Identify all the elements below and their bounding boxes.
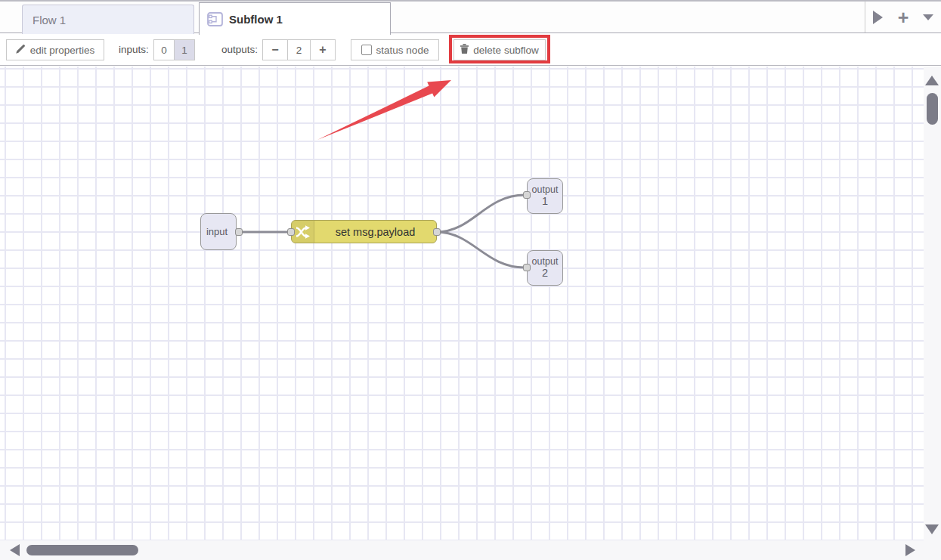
status-node-button[interactable]: status node [351,39,439,60]
next-tab-icon [873,11,883,24]
outputs-decrease-button[interactable]: − [262,39,287,60]
add-flow-button[interactable]: + [893,6,914,29]
scroll-down-button[interactable] [925,524,939,534]
node-output-number: 1 [542,195,548,207]
vertical-scroll-thumb[interactable] [927,93,938,125]
outputs-label: outputs: [221,44,258,55]
flow-canvas[interactable]: input set msg.payload output 1 output 2 [0,67,924,540]
outputs-increase-button[interactable]: + [311,39,336,60]
node-subflow-input[interactable]: input [200,213,237,250]
port-change-out[interactable] [433,228,441,236]
inputs-option-0-button[interactable]: 0 [154,40,174,60]
pencil-icon [16,44,26,56]
tab-label: Subflow 1 [229,13,283,26]
node-set-msg-payload[interactable]: set msg.payload [291,220,437,243]
next-tab-button[interactable] [868,6,889,29]
node-label: set msg.payload [314,226,436,238]
inputs-toggle-group: 0 1 [153,39,195,60]
node-subflow-output-2[interactable]: output 2 [527,250,563,286]
node-red-editor: Flow 1 Subflow 1 + [0,0,941,560]
node-label: output [532,184,559,195]
subflow-icon [207,12,223,26]
wire-change-to-output-2[interactable] [437,232,525,268]
outputs-value[interactable]: 2 [287,39,311,60]
node-output-number: 2 [542,267,548,279]
tab-label: Flow 1 [33,14,66,26]
scroll-left-button[interactable] [10,544,20,556]
status-node-label: status node [376,45,429,56]
vertical-scrollbar[interactable] [924,67,941,540]
node-subflow-output-1[interactable]: output 1 [527,178,563,214]
edit-properties-label: edit properties [30,45,95,56]
scroll-right-button[interactable] [905,544,915,556]
inputs-option-1-button[interactable]: 1 [174,40,194,60]
horizontal-scroll-thumb[interactable] [26,545,138,555]
node-label: input [206,226,228,237]
horizontal-scrollbar[interactable] [0,540,941,560]
tab-subflow-1[interactable]: Subflow 1 [199,2,391,35]
wire-layer [0,67,924,540]
status-node-checkbox[interactable] [361,45,372,55]
tab-bar: Flow 1 Subflow 1 + [0,0,941,33]
port-output-1-in[interactable] [523,191,531,199]
plus-icon: + [898,8,909,27]
delete-subflow-button[interactable]: delete subflow [453,39,546,60]
port-input-out[interactable] [235,228,243,236]
port-output-2-in[interactable] [523,264,531,271]
edit-properties-button[interactable]: edit properties [6,39,104,60]
wire-change-to-output-1[interactable] [437,195,525,232]
outputs-spinner: − 2 + [262,39,336,60]
trash-icon [460,44,469,56]
scroll-up-button[interactable] [925,76,939,85]
tab-flow-1[interactable]: Flow 1 [22,5,194,34]
node-label: output [532,256,559,267]
tab-controls: + [865,2,941,32]
tab-list-menu-button[interactable] [918,6,939,29]
inputs-label: inputs: [119,44,149,55]
subflow-toolbar: edit properties inputs: 0 1 outputs: − 2… [0,34,941,66]
chevron-down-icon [923,14,933,20]
delete-subflow-label: delete subflow [473,45,538,56]
port-change-in[interactable] [287,228,295,236]
shuffle-arrows-icon [292,221,314,243]
